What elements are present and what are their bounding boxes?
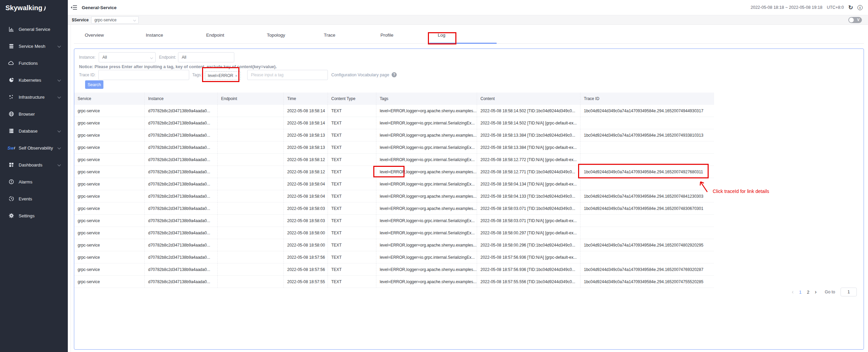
cell-content-type: TEXT <box>328 141 376 154</box>
sidebar-item-functions[interactable]: Functions <box>0 56 68 70</box>
sidebar-item-self-observability[interactable]: SwSelf Observability <box>0 141 68 155</box>
service-select[interactable]: grpc-service <box>91 16 139 24</box>
cell-service: grpc-service <box>74 154 144 166</box>
log-table-row[interactable]: grpc-serviced70782b8c2d347138b9a4aada0..… <box>74 239 714 251</box>
cell-service: grpc-service <box>74 202 144 215</box>
log-table-row[interactable]: grpc-serviced70782b8c2d347138b9a4aada0..… <box>74 190 714 202</box>
trace-id-link[interactable]: 1bc04d9244d349c0a74a14709349584e.294.165… <box>580 129 714 141</box>
sidebar-item-events[interactable]: Events <box>0 192 68 206</box>
cell-time: 2022-05-08 18:58:04 <box>283 178 328 190</box>
trace-id-filter-label: Trace ID: <box>79 70 96 80</box>
pagination-next-icon[interactable]: › <box>815 289 816 295</box>
pagination-prev-icon[interactable]: ‹ <box>792 289 793 295</box>
sidebar-item-database[interactable]: Database <box>0 124 68 138</box>
log-table-row[interactable]: grpc-serviced70782b8c2d347138b9a4aada0..… <box>74 117 714 129</box>
cell-service: grpc-service <box>74 129 144 141</box>
cell-endpoint <box>217 166 283 178</box>
cell-content: 2022-05-08 18:58:03.071 [TID:N/A] [grpc-… <box>477 215 580 227</box>
log-table-row[interactable]: grpc-serviced70782b8c2d347138b9a4aada0..… <box>74 263 714 276</box>
sidebar-item-dashboards[interactable]: Dashboards <box>0 158 68 172</box>
collapse-sidebar-icon[interactable] <box>71 4 77 11</box>
cell-endpoint <box>217 129 283 141</box>
endpoint-input[interactable] <box>178 53 234 62</box>
tab-overview[interactable]: Overview <box>85 33 104 38</box>
remove-tag-icon[interactable]: × <box>235 73 238 78</box>
cell-time: 2022-05-08 18:58:00 <box>283 239 328 251</box>
info-icon[interactable]: i <box>857 5 863 10</box>
log-table-row[interactable]: grpc-serviced70782b8c2d347138b9a4aada0..… <box>74 276 714 288</box>
cell-instance: d70782b8c2d347138b9a4aada0... <box>144 105 217 117</box>
cell-content-type: TEXT <box>328 117 376 129</box>
cell-content-type: TEXT <box>328 190 376 202</box>
log-table-row[interactable]: grpc-serviced70782b8c2d347138b9a4aada0..… <box>74 178 714 190</box>
sidebar-item-settings[interactable]: Settings <box>0 209 68 222</box>
sidebar-item-infrastructure[interactable]: Infrastructure <box>0 90 68 104</box>
time-range-picker[interactable]: 2022-05-08 18:18 ~ 2022-05-08 19:18 <box>751 5 823 10</box>
sidebar-item-label: Browser <box>19 112 35 117</box>
sidebar-item-alarms[interactable]: Alarms <box>0 175 68 189</box>
tab-log[interactable]: Log <box>438 33 446 38</box>
sidebar-item-service-mesh[interactable]: Service Mesh <box>0 39 68 53</box>
cell-content-type: TEXT <box>328 166 376 178</box>
column-header-time: Time <box>283 93 328 105</box>
vocabulary-link[interactable]: Configuration Vocabulary page <box>331 70 389 80</box>
log-table-row[interactable]: grpc-serviced70782b8c2d347138b9a4aada0..… <box>74 154 714 166</box>
cell-instance: d70782b8c2d347138b9a4aada0... <box>144 178 217 190</box>
tag-chip[interactable]: level=ERROR × <box>205 71 241 80</box>
cell-tags: level=ERROR,logger=org.apache.shenyu.exa… <box>376 202 477 215</box>
help-icon[interactable]: ? <box>392 72 397 77</box>
log-table-row[interactable]: grpc-serviced70782b8c2d347138b9a4aada0..… <box>74 129 714 141</box>
version-toggle[interactable]: V <box>848 17 862 23</box>
log-table-row[interactable]: grpc-serviced70782b8c2d347138b9a4aada0..… <box>74 166 714 178</box>
sidebar-item-label: Self Observability <box>19 145 53 151</box>
trace-id-link[interactable]: 1bc04d9244d349c0a74a14709349584e.294.165… <box>580 105 714 117</box>
service-select-value: grpc-service <box>94 18 116 22</box>
trace-id-link[interactable]: 1bc04d9244d349c0a74a14709349584e.294.165… <box>580 202 714 215</box>
cell-content: 2022-05-08 18:57:56.936 [TID:1bc04d9244d… <box>477 263 580 276</box>
refresh-icon[interactable]: ↻ <box>848 5 853 11</box>
toggle-label: V <box>857 18 860 22</box>
trace-id-input[interactable] <box>99 70 189 80</box>
tab-instance[interactable]: Instance <box>146 33 163 38</box>
tab-topology[interactable]: Topology <box>267 33 285 38</box>
cell-instance: d70782b8c2d347138b9a4aada0... <box>144 154 217 166</box>
log-table-row[interactable]: grpc-serviced70782b8c2d347138b9a4aada0..… <box>74 141 714 154</box>
trace-id-link[interactable]: 1bc04d9244d349c0a74a14709349584e.294.165… <box>580 190 714 202</box>
tab-profile[interactable]: Profile <box>380 33 393 38</box>
sidebar-item-label: Alarms <box>19 179 32 184</box>
toggle-knob <box>849 18 854 22</box>
cell-tags: level=ERROR,logger=io.grpc.internal.Seri… <box>376 154 477 166</box>
sidebar-item-general-service[interactable]: General Service <box>0 22 68 36</box>
sidebar-item-browser[interactable]: Browser <box>0 107 68 121</box>
cell-instance: d70782b8c2d347138b9a4aada0... <box>144 276 217 288</box>
trace-id-link[interactable]: 1bc04d9244d349c0a74a14709349584e.294.165… <box>580 239 714 251</box>
tab-trace[interactable]: Trace <box>324 33 335 38</box>
log-table-row[interactable]: grpc-serviced70782b8c2d347138b9a4aada0..… <box>74 105 714 117</box>
pagination-goto-input[interactable] <box>841 288 857 296</box>
trace-id-link[interactable]: 1bc04d9244d349c0a74a14709349584e.294.165… <box>580 276 714 288</box>
trace-id-link[interactable]: 1bc04d9244d349c0a74a14709349584e.294.165… <box>580 166 714 178</box>
timezone-label[interactable]: UTC+8:0 <box>827 5 844 10</box>
instance-select[interactable]: All <box>99 52 156 62</box>
trace-id-link[interactable]: 1bc04d9244d349c0a74a14709349584e.294.165… <box>580 263 714 276</box>
search-button[interactable]: Search <box>85 80 103 89</box>
column-header-content-type: Content Type <box>328 93 376 105</box>
cell-service: grpc-service <box>74 141 144 154</box>
log-table-row[interactable]: grpc-serviced70782b8c2d347138b9a4aada0..… <box>74 227 714 239</box>
cell-instance: d70782b8c2d347138b9a4aada0... <box>144 141 217 154</box>
skywalking-sw-icon: Sw <box>8 145 14 151</box>
cell-instance: d70782b8c2d347138b9a4aada0... <box>144 166 217 178</box>
tab-endpoint[interactable]: Endpoint <box>206 33 224 38</box>
sidebar-item-kubernetes[interactable]: Kubernetes <box>0 73 68 87</box>
log-table-row[interactable]: grpc-serviced70782b8c2d347138b9a4aada0..… <box>74 215 714 227</box>
cell-instance: d70782b8c2d347138b9a4aada0... <box>144 215 217 227</box>
cell-service: grpc-service <box>74 215 144 227</box>
tag-input[interactable] <box>248 70 328 80</box>
pagination-page-2[interactable]: 2 <box>807 290 809 295</box>
pagination-page-1[interactable]: 1 <box>799 290 802 295</box>
cell-instance: d70782b8c2d347138b9a4aada0... <box>144 251 217 263</box>
cell-endpoint <box>217 263 283 276</box>
log-table-row[interactable]: grpc-serviced70782b8c2d347138b9a4aada0..… <box>74 202 714 215</box>
log-table-row[interactable]: grpc-serviced70782b8c2d347138b9a4aada0..… <box>74 251 714 263</box>
cell-endpoint <box>217 215 283 227</box>
